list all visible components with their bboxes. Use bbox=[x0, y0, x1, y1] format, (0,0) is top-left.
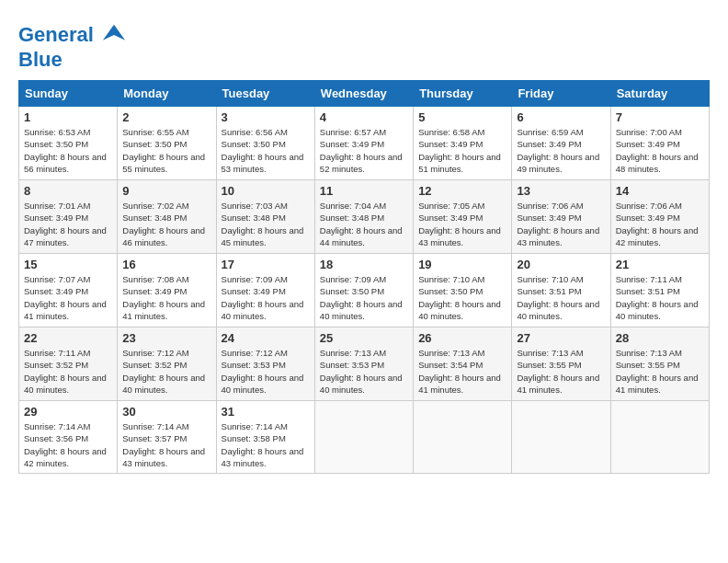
day-info: Sunrise: 6:57 AMSunset: 3:49 PMDaylight:… bbox=[320, 127, 403, 174]
day-number: 14 bbox=[616, 184, 704, 198]
calendar-cell: 17 Sunrise: 7:09 AMSunset: 3:49 PMDaylig… bbox=[216, 254, 314, 327]
header-day-friday: Friday bbox=[512, 81, 610, 107]
day-number: 11 bbox=[320, 184, 408, 198]
calendar-cell: 19 Sunrise: 7:10 AMSunset: 3:50 PMDaylig… bbox=[414, 254, 512, 327]
day-number: 18 bbox=[320, 258, 408, 271]
day-number: 28 bbox=[616, 331, 704, 345]
calendar-cell: 6 Sunrise: 6:59 AMSunset: 3:49 PMDayligh… bbox=[512, 107, 610, 180]
calendar-cell: 7 Sunrise: 7:00 AMSunset: 3:49 PMDayligh… bbox=[610, 107, 709, 180]
day-info: Sunrise: 7:06 AMSunset: 3:49 PMDaylight:… bbox=[616, 201, 699, 247]
calendar-cell bbox=[314, 401, 413, 474]
calendar-cell bbox=[414, 401, 512, 474]
header-day-wednesday: Wednesday bbox=[314, 81, 413, 107]
day-info: Sunrise: 7:09 AMSunset: 3:50 PMDaylight:… bbox=[320, 274, 403, 321]
day-number: 17 bbox=[222, 258, 310, 271]
day-info: Sunrise: 7:12 AMSunset: 3:52 PMDaylight:… bbox=[122, 348, 205, 395]
calendar-table: SundayMondayTuesdayWednesdayThursdayFrid… bbox=[18, 80, 710, 474]
day-info: Sunrise: 7:10 AMSunset: 3:51 PMDaylight:… bbox=[517, 274, 599, 321]
calendar-cell: 26 Sunrise: 7:13 AMSunset: 3:54 PMDaylig… bbox=[414, 327, 512, 401]
day-number: 16 bbox=[122, 258, 210, 271]
day-number: 26 bbox=[418, 331, 506, 345]
day-number: 31 bbox=[222, 405, 310, 419]
day-info: Sunrise: 6:56 AMSunset: 3:50 PMDaylight:… bbox=[222, 127, 304, 174]
calendar-week-row: 15 Sunrise: 7:07 AMSunset: 3:49 PMDaylig… bbox=[19, 254, 710, 327]
calendar-week-row: 1 Sunrise: 6:53 AMSunset: 3:50 PMDayligh… bbox=[19, 107, 710, 180]
day-info: Sunrise: 7:13 AMSunset: 3:54 PMDaylight:… bbox=[418, 348, 501, 395]
day-number: 12 bbox=[418, 184, 506, 198]
calendar-cell: 10 Sunrise: 7:03 AMSunset: 3:48 PMDaylig… bbox=[216, 180, 314, 254]
day-number: 1 bbox=[24, 110, 112, 124]
calendar-cell: 3 Sunrise: 6:56 AMSunset: 3:50 PMDayligh… bbox=[216, 107, 314, 180]
calendar-cell: 8 Sunrise: 7:01 AMSunset: 3:49 PMDayligh… bbox=[19, 180, 118, 254]
calendar-cell: 24 Sunrise: 7:12 AMSunset: 3:53 PMDaylig… bbox=[216, 327, 314, 401]
calendar-week-row: 8 Sunrise: 7:01 AMSunset: 3:49 PMDayligh… bbox=[19, 180, 710, 254]
day-info: Sunrise: 7:05 AMSunset: 3:49 PMDaylight:… bbox=[418, 201, 501, 247]
day-info: Sunrise: 7:11 AMSunset: 3:52 PMDaylight:… bbox=[24, 348, 107, 395]
day-info: Sunrise: 7:02 AMSunset: 3:48 PMDaylight:… bbox=[122, 201, 205, 247]
calendar-cell: 21 Sunrise: 7:11 AMSunset: 3:51 PMDaylig… bbox=[610, 254, 709, 327]
calendar-cell: 2 Sunrise: 6:55 AMSunset: 3:50 PMDayligh… bbox=[118, 107, 216, 180]
day-number: 7 bbox=[616, 110, 704, 124]
day-info: Sunrise: 7:14 AMSunset: 3:57 PMDaylight:… bbox=[122, 421, 205, 468]
day-number: 2 bbox=[122, 110, 210, 124]
day-number: 15 bbox=[24, 258, 112, 271]
day-number: 30 bbox=[122, 405, 210, 419]
calendar-cell: 15 Sunrise: 7:07 AMSunset: 3:49 PMDaylig… bbox=[19, 254, 118, 327]
day-info: Sunrise: 7:11 AMSunset: 3:51 PMDaylight:… bbox=[616, 274, 699, 321]
day-info: Sunrise: 7:09 AMSunset: 3:49 PMDaylight:… bbox=[222, 274, 304, 321]
day-info: Sunrise: 7:14 AMSunset: 3:56 PMDaylight:… bbox=[24, 421, 107, 468]
calendar-cell: 27 Sunrise: 7:13 AMSunset: 3:55 PMDaylig… bbox=[512, 327, 610, 401]
day-number: 29 bbox=[24, 405, 112, 419]
calendar-cell: 29 Sunrise: 7:14 AMSunset: 3:56 PMDaylig… bbox=[19, 401, 118, 474]
calendar-cell: 30 Sunrise: 7:14 AMSunset: 3:57 PMDaylig… bbox=[118, 401, 216, 474]
header: General Blue bbox=[18, 18, 710, 71]
calendar-cell: 18 Sunrise: 7:09 AMSunset: 3:50 PMDaylig… bbox=[314, 254, 413, 327]
day-info: Sunrise: 7:07 AMSunset: 3:49 PMDaylight:… bbox=[24, 274, 107, 321]
day-number: 24 bbox=[222, 331, 310, 345]
day-info: Sunrise: 7:10 AMSunset: 3:50 PMDaylight:… bbox=[418, 274, 501, 321]
calendar-cell: 4 Sunrise: 6:57 AMSunset: 3:49 PMDayligh… bbox=[314, 107, 413, 180]
day-number: 9 bbox=[122, 184, 210, 198]
day-info: Sunrise: 7:03 AMSunset: 3:48 PMDaylight:… bbox=[222, 201, 304, 247]
calendar-cell: 1 Sunrise: 6:53 AMSunset: 3:50 PMDayligh… bbox=[19, 107, 118, 180]
day-info: Sunrise: 7:13 AMSunset: 3:53 PMDaylight:… bbox=[320, 348, 403, 395]
day-info: Sunrise: 7:00 AMSunset: 3:49 PMDaylight:… bbox=[616, 127, 699, 174]
day-number: 27 bbox=[517, 331, 605, 345]
header-day-thursday: Thursday bbox=[414, 81, 512, 107]
logo-text: General bbox=[18, 23, 127, 49]
calendar-cell: 11 Sunrise: 7:04 AMSunset: 3:48 PMDaylig… bbox=[314, 180, 413, 254]
logo-bird-icon bbox=[101, 23, 127, 49]
day-info: Sunrise: 6:53 AMSunset: 3:50 PMDaylight:… bbox=[24, 127, 107, 174]
calendar-cell: 16 Sunrise: 7:08 AMSunset: 3:49 PMDaylig… bbox=[118, 254, 216, 327]
day-info: Sunrise: 7:01 AMSunset: 3:49 PMDaylight:… bbox=[24, 201, 107, 247]
day-info: Sunrise: 6:59 AMSunset: 3:49 PMDaylight:… bbox=[517, 127, 599, 174]
calendar-cell: 20 Sunrise: 7:10 AMSunset: 3:51 PMDaylig… bbox=[512, 254, 610, 327]
calendar-cell: 25 Sunrise: 7:13 AMSunset: 3:53 PMDaylig… bbox=[314, 327, 413, 401]
day-number: 13 bbox=[517, 184, 605, 198]
calendar-cell: 23 Sunrise: 7:12 AMSunset: 3:52 PMDaylig… bbox=[118, 327, 216, 401]
day-number: 10 bbox=[222, 184, 310, 198]
day-number: 21 bbox=[616, 258, 704, 271]
day-number: 23 bbox=[122, 331, 210, 345]
day-info: Sunrise: 7:04 AMSunset: 3:48 PMDaylight:… bbox=[320, 201, 403, 247]
day-number: 6 bbox=[517, 110, 605, 124]
day-info: Sunrise: 7:13 AMSunset: 3:55 PMDaylight:… bbox=[616, 348, 699, 395]
day-info: Sunrise: 6:58 AMSunset: 3:49 PMDaylight:… bbox=[418, 127, 501, 174]
calendar-cell: 14 Sunrise: 7:06 AMSunset: 3:49 PMDaylig… bbox=[610, 180, 709, 254]
calendar-body: 1 Sunrise: 6:53 AMSunset: 3:50 PMDayligh… bbox=[19, 107, 710, 474]
calendar-cell: 13 Sunrise: 7:06 AMSunset: 3:49 PMDaylig… bbox=[512, 180, 610, 254]
day-number: 3 bbox=[222, 110, 310, 124]
header-day-monday: Monday bbox=[118, 81, 216, 107]
calendar-cell: 5 Sunrise: 6:58 AMSunset: 3:49 PMDayligh… bbox=[414, 107, 512, 180]
calendar-header-row: SundayMondayTuesdayWednesdayThursdayFrid… bbox=[19, 81, 710, 107]
day-number: 5 bbox=[418, 110, 506, 124]
header-day-sunday: Sunday bbox=[19, 81, 118, 107]
day-number: 22 bbox=[24, 331, 112, 345]
calendar-cell: 22 Sunrise: 7:11 AMSunset: 3:52 PMDaylig… bbox=[19, 327, 118, 401]
day-number: 8 bbox=[24, 184, 112, 198]
header-day-saturday: Saturday bbox=[610, 81, 709, 107]
header-day-tuesday: Tuesday bbox=[216, 81, 314, 107]
calendar-cell: 9 Sunrise: 7:02 AMSunset: 3:48 PMDayligh… bbox=[118, 180, 216, 254]
logo-blue-text: Blue bbox=[18, 49, 127, 71]
calendar-cell: 28 Sunrise: 7:13 AMSunset: 3:55 PMDaylig… bbox=[610, 327, 709, 401]
